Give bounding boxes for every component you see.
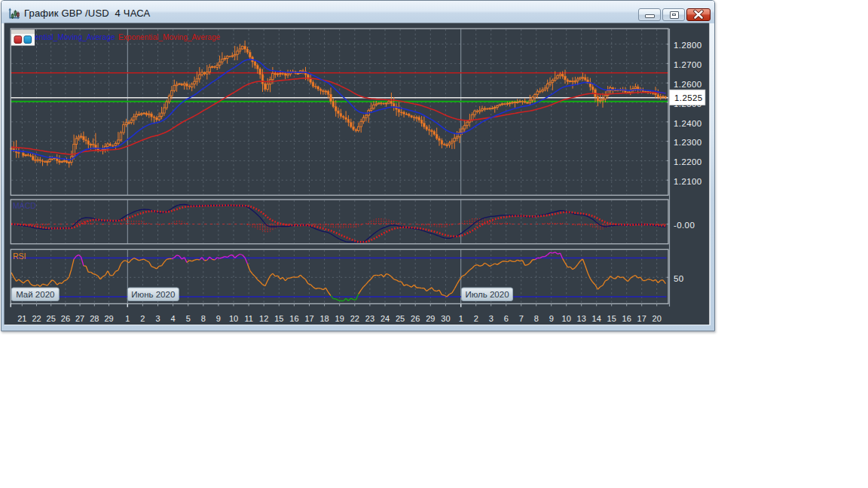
- svg-text:4: 4: [171, 314, 176, 323]
- svg-text:29: 29: [104, 314, 113, 323]
- svg-text:2: 2: [140, 314, 145, 323]
- svg-text:11: 11: [244, 314, 252, 323]
- svg-text:1.2300: 1.2300: [674, 138, 702, 147]
- svg-text:Июнь 2020: Июнь 2020: [131, 290, 175, 299]
- svg-text:29: 29: [426, 314, 435, 323]
- svg-text:MACD: MACD: [13, 201, 36, 210]
- svg-text:1.2600: 1.2600: [674, 80, 702, 89]
- svg-text:18: 18: [319, 314, 329, 323]
- svg-text:27: 27: [75, 314, 84, 323]
- svg-text:1.2200: 1.2200: [674, 157, 702, 166]
- svg-text:9: 9: [549, 314, 554, 323]
- svg-text:17: 17: [637, 314, 646, 323]
- svg-text:12: 12: [259, 314, 268, 323]
- svg-text:28: 28: [90, 314, 99, 323]
- svg-text:9: 9: [216, 314, 221, 323]
- svg-text:19: 19: [335, 314, 344, 323]
- svg-text:1: 1: [125, 314, 130, 323]
- svg-text:25: 25: [396, 314, 405, 323]
- svg-text:Июль 2020: Июль 2020: [465, 290, 509, 299]
- svg-text:6: 6: [504, 314, 509, 323]
- svg-text:14: 14: [592, 314, 601, 323]
- svg-text:1.2100: 1.2100: [674, 177, 702, 186]
- svg-text:3: 3: [489, 314, 494, 323]
- svg-text:1.2800: 1.2800: [674, 41, 702, 50]
- svg-text:1.2525: 1.2525: [674, 93, 703, 102]
- svg-text:-0.00: -0.00: [674, 221, 695, 230]
- svg-text:20: 20: [653, 314, 662, 323]
- svg-text:30: 30: [441, 314, 450, 323]
- svg-text:15: 15: [274, 314, 283, 323]
- svg-text:8: 8: [201, 314, 206, 323]
- svg-text:50: 50: [674, 274, 684, 283]
- svg-text:13: 13: [577, 314, 586, 323]
- svg-text:Exponential_Moving_Average: Exponential_Moving_Average: [118, 33, 221, 41]
- svg-text:23: 23: [365, 314, 374, 323]
- svg-text:26: 26: [61, 314, 70, 323]
- svg-text:17: 17: [304, 314, 313, 323]
- svg-text:2: 2: [474, 314, 478, 323]
- svg-text:RSI: RSI: [13, 252, 26, 261]
- svg-text:16: 16: [622, 314, 631, 323]
- svg-text:25: 25: [47, 314, 56, 323]
- svg-text:1: 1: [459, 314, 463, 323]
- svg-text:22: 22: [350, 314, 359, 323]
- svg-text:24: 24: [381, 314, 390, 323]
- svg-text:7: 7: [519, 314, 524, 323]
- svg-text:15: 15: [607, 314, 616, 323]
- svg-text:10: 10: [562, 314, 571, 323]
- svg-text:5: 5: [186, 314, 191, 323]
- svg-text:22: 22: [32, 314, 41, 323]
- svg-text:10: 10: [229, 314, 238, 323]
- svg-text:3: 3: [155, 314, 160, 323]
- svg-text:1.2700: 1.2700: [674, 60, 702, 69]
- svg-text:8: 8: [534, 314, 539, 323]
- svg-text:16: 16: [289, 314, 298, 323]
- svg-text:26: 26: [411, 314, 420, 323]
- svg-text:21: 21: [17, 314, 26, 323]
- svg-text:1.2400: 1.2400: [674, 119, 702, 128]
- svg-text:Май 2020: Май 2020: [16, 290, 54, 299]
